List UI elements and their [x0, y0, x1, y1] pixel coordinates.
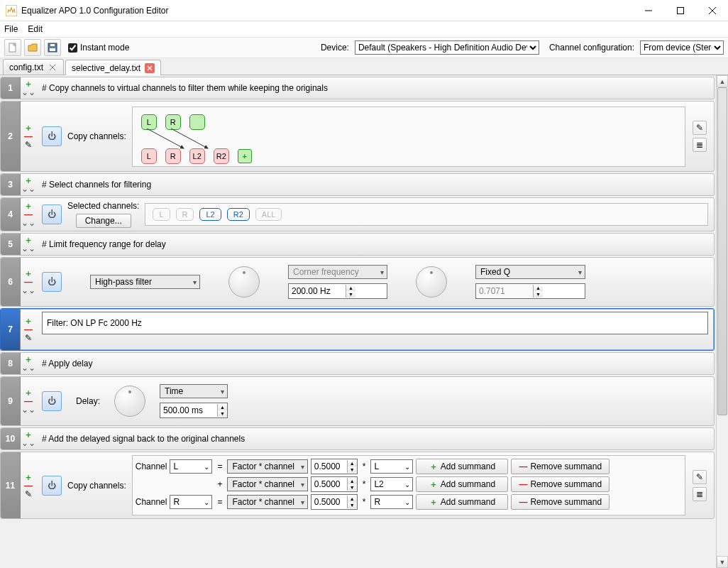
maximize-button[interactable]	[664, 0, 696, 21]
channel-chip[interactable]: L	[153, 208, 170, 221]
channel-chip[interactable]: R2	[227, 208, 250, 221]
row-1[interactable]: 1 ＋⌄⌄ # Copy channels to virtual channel…	[0, 77, 715, 99]
knob[interactable]	[114, 386, 145, 417]
save-file-button[interactable]	[44, 39, 61, 56]
chevron-down-icon[interactable]: ⌄⌄	[21, 439, 35, 447]
title-bar: Equalizer APO 1.0 Configuration Editor	[0, 0, 728, 21]
channel-chip[interactable]: ALL	[255, 208, 282, 221]
brush-icon[interactable]: ✎	[693, 121, 707, 135]
channel-source[interactable]: R	[165, 114, 181, 130]
row-label: Copy channels:	[67, 481, 126, 491]
chevron-down-icon[interactable]: ⌄⌄	[21, 219, 35, 227]
delay-mode-select[interactable]: Time	[160, 384, 228, 398]
close-icon[interactable]	[48, 62, 57, 72]
corner-freq-input[interactable]: ▲▼	[288, 283, 387, 299]
toolbar: Instant mode Device: Default (Speakers -…	[0, 37, 728, 58]
power-button[interactable]: ⏻	[42, 126, 62, 146]
channel-select[interactable]: R	[370, 495, 413, 509]
scroll-down-icon[interactable]: ▼	[717, 556, 728, 568]
row-2[interactable]: 2 ＋—✎ ⏻ Copy channels: L R L R L2 R2 + ✎	[0, 101, 715, 172]
filter-text-input[interactable]	[42, 312, 708, 334]
row-8[interactable]: 8 ＋⌄⌄ # Apply delay	[0, 352, 715, 375]
channel-chip[interactable]: R	[176, 208, 194, 221]
scrollbar[interactable]: ▲ ▼	[716, 75, 728, 568]
minimize-button[interactable]	[632, 0, 664, 21]
chevron-down-icon[interactable]: ⌄⌄	[21, 185, 35, 193]
row-4[interactable]: 4 ＋—⌄⌄ ⏻ Selected channels: Change... L …	[0, 197, 715, 231]
knob[interactable]	[416, 266, 447, 297]
row-10[interactable]: 10 ＋⌄⌄ # Add the delayed signal back to …	[0, 427, 715, 450]
row-label: Selected channels:	[67, 201, 139, 211]
chanconf-select[interactable]: From device (Stereo)	[640, 40, 724, 55]
factor-value[interactable]: ▲▼	[311, 459, 358, 474]
svg-line-13	[147, 129, 184, 148]
power-button[interactable]: ⏻	[42, 476, 62, 496]
factor-value[interactable]: ▲▼	[311, 476, 358, 492]
device-select[interactable]: Default (Speakers - High Definition Audi…	[355, 40, 539, 55]
change-button[interactable]: Change...	[76, 214, 131, 228]
power-button[interactable]: ⏻	[42, 204, 62, 224]
channel-select[interactable]: L	[370, 459, 413, 474]
close-icon[interactable]	[145, 63, 155, 73]
scroll-thumb[interactable]	[717, 87, 727, 415]
remove-icon[interactable]: —	[24, 481, 33, 490]
remove-summand-button[interactable]: —Remove summand	[511, 476, 610, 492]
filter-type-select[interactable]: High-pass filter	[90, 275, 200, 289]
chevron-down-icon[interactable]: ⌄⌄	[21, 364, 35, 372]
delay-value-input[interactable]: ▲▼	[160, 403, 228, 418]
q-type-select[interactable]: Fixed Q	[475, 265, 585, 279]
list-icon[interactable]: ≣	[693, 487, 707, 501]
row-11[interactable]: 11 ＋—✎ ⏻ Copy channels: Channel L = Fact…	[0, 452, 715, 519]
factor-value[interactable]: ▲▼	[311, 494, 358, 510]
chevron-down-icon[interactable]: ⌄⌄	[21, 244, 35, 253]
row-5[interactable]: 5 ＋⌄⌄ # Limit frequency range for delay	[0, 233, 715, 256]
channel-dest[interactable]: R2	[214, 148, 229, 164]
tab-selective-delay[interactable]: selective_delay.txt	[65, 60, 161, 75]
add-summand-button[interactable]: ＋Add summand	[416, 494, 508, 510]
channel-select[interactable]: L	[170, 459, 212, 474]
tab-config[interactable]: config.txt	[3, 59, 64, 75]
channel-dest[interactable]: L2	[189, 148, 205, 164]
channel-select[interactable]: L2	[370, 477, 413, 491]
new-file-button[interactable]	[4, 39, 21, 56]
channel-source[interactable]: L	[141, 114, 157, 130]
close-button[interactable]	[696, 0, 728, 21]
channel-source-empty[interactable]	[189, 114, 205, 130]
row-3[interactable]: 3 ＋⌄⌄ # Select channels for filtering	[0, 173, 715, 196]
knob[interactable]	[228, 266, 260, 297]
comment-text: # Limit frequency range for delay	[42, 239, 166, 249]
chevron-down-icon[interactable]: ⌄⌄	[21, 405, 35, 414]
edit-icon[interactable]: ✎	[25, 490, 32, 498]
remove-summand-button[interactable]: —Remove summand	[511, 459, 610, 474]
list-icon[interactable]: ≣	[693, 138, 707, 152]
channel-chip[interactable]: L2	[199, 208, 221, 221]
add-channel-button[interactable]: +	[238, 149, 252, 163]
menu-edit[interactable]: Edit	[28, 24, 43, 34]
channel-dest[interactable]: L	[141, 148, 157, 164]
power-button[interactable]: ⏻	[42, 272, 62, 292]
add-summand-button[interactable]: ＋Add summand	[416, 459, 508, 474]
channel-dest[interactable]: R	[165, 148, 181, 164]
add-summand-button[interactable]: ＋Add summand	[416, 476, 508, 492]
row-9[interactable]: 9 ＋—⌄⌄ ⏻ Delay: Time ▲▼	[0, 376, 715, 426]
row-6[interactable]: 6 ＋—⌄⌄ ⏻ High-pass filter Corner frequen…	[0, 257, 715, 307]
add-icon[interactable]: ＋	[24, 473, 33, 481]
open-file-button[interactable]	[24, 39, 41, 56]
channel-select[interactable]: R	[170, 495, 212, 509]
factor-select[interactable]: Factor * channel	[227, 495, 307, 509]
remove-summand-button[interactable]: —Remove summand	[511, 494, 610, 510]
window-title: Equalizer APO 1.0 Configuration Editor	[21, 6, 632, 16]
edit-icon[interactable]: ✎	[25, 141, 32, 149]
row-number: 11	[1, 452, 21, 518]
edit-icon[interactable]: ✎	[25, 334, 32, 342]
instant-mode-checkbox[interactable]: Instant mode	[68, 43, 129, 53]
brush-icon[interactable]: ✎	[693, 470, 707, 484]
factor-select[interactable]: Factor * channel	[227, 459, 307, 474]
menu-file[interactable]: File	[4, 24, 18, 34]
chevron-down-icon[interactable]: ⌄⌄	[21, 286, 35, 295]
chevron-down-icon[interactable]: ⌄⌄	[21, 88, 35, 97]
factor-select[interactable]: Factor * channel	[227, 477, 307, 491]
scroll-up-icon[interactable]: ▲	[717, 75, 728, 87]
row-7[interactable]: 7 ＋—✎	[0, 308, 715, 351]
power-button[interactable]: ⏻	[42, 391, 62, 411]
